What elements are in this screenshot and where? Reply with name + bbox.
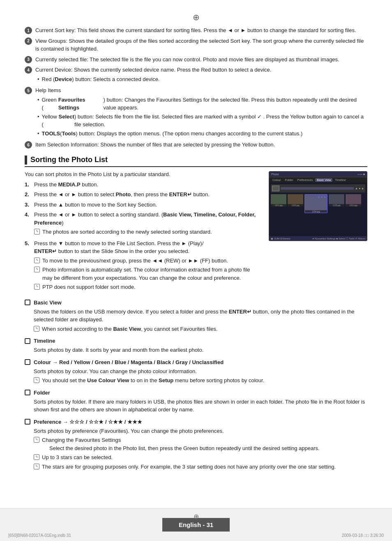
step-4-content: Press the ◄ or ► button to select a sort… [34,211,261,237]
folder-title: Folder [34,390,50,396]
note-5a-text: To move to the previous/next group, pres… [42,257,228,265]
timeline-content: Sorts photos by date. It sorts by year a… [34,346,367,354]
step-4: 4. Press the ◄ or ► button to select a s… [25,211,261,237]
checkbox-colour [25,359,30,365]
tv-bottom-fav: ● Favourites Settings ■ Select ☐ Tools ↺… [312,237,365,240]
note-icon-5a: ✎ [34,258,40,263]
bullet-5-3: TOOLS (Tools) button: Displays the optio… [37,130,367,138]
step-2-num: 2. [25,190,32,199]
step-2: 2. Press the ◄ or ► button to select Pho… [25,190,261,199]
num-circle-5: 5 [25,87,32,94]
timeline-title: Timeline [34,338,55,344]
colour-content: Sorts photos by colour. You can change t… [34,367,367,385]
sub-section-title-colour: Colour → Red / Yellow / Green / Blue / M… [25,359,367,365]
sub-section-title-timeline: Timeline [25,338,367,344]
item-4-content: Current Device: Shows the currently sele… [35,66,367,84]
checkbox-timeline [25,338,30,344]
preference-content: Sorts photos by preference (Favourites).… [34,427,367,471]
item-2-content: View Groups: Shows the detailed groups o… [35,37,367,53]
footer-language-text: English - 31 [179,521,213,528]
step-3-num: 3. [25,201,32,209]
note-icon-4: ✎ [34,229,40,235]
item-3-content: Currently selected file: The selected fi… [35,56,367,64]
sub-section-preference: Preference → ☆☆☆ / ☆☆★ / ☆★★ / ★★★ Sorts… [25,419,367,471]
bullet-4-1: Red (Device) button: Selects a connected… [37,75,367,84]
note-icon-colour: ✎ [34,377,39,383]
list-item-6: 6 Item Selection Information: Shows the … [25,141,367,149]
step-4-num: 4. [25,211,32,219]
sub-section-basic-view: Basic View Shows the folders on the USB … [25,300,367,333]
top-compass-icon: ⊕ [25,12,367,22]
tv-header-dots: • • • ■ [358,173,365,176]
tv-bottom-bar: ▣ SUM ⊟ Device ● Favourites Settings ■ S… [269,236,367,241]
list-item-5: 5 Help Items Green (Favourites Settings)… [25,86,367,138]
note-icon-pref-1: ✎ [34,437,39,443]
footer-date-text: 2009-03-18 □□ 3:26:30 [342,533,384,538]
step-3-content: Press the ▲ button to move to the Sort k… [34,201,261,209]
footer-compass-icon: ⊕ [194,513,199,520]
folder-content: Sorts photos by folder. If there are man… [34,398,367,414]
note-pref-3-text: The stars are for grouping purposes only… [42,463,336,471]
tv-tab-folder: Folder [284,178,295,182]
note-icon-pref-2: ✎ [34,454,39,460]
step-5-num: 5. [25,239,32,248]
list-item-1: 1 Current Sort key: This field shows the… [25,26,367,35]
sub-section-folder: Folder Sorts photos by folder. If there … [25,390,367,414]
preference-title: Preference → ☆☆☆ / ☆☆★ / ☆★★ / ★★★ [34,419,142,425]
tv-tab-pref: Preferences [295,178,314,182]
note-icon-5c: ✎ [34,284,40,290]
checkbox-basic [25,300,30,305]
footer-meta-text: [650]BN68-02017A-01Eng.indb 31 [8,533,71,538]
num-circle-3: 3 [25,56,32,63]
tv-tab-timeline: Timeline [333,178,347,182]
note-4-text: The photos are sorted according to the n… [42,228,212,236]
section-header: Sorting the Photo List [25,156,367,167]
section-bar [25,156,27,165]
tv-thumb-4: 1235.jpg [329,194,344,207]
note-pref-2-text: Up to 3 stars can be selected. [42,453,113,462]
note-icon-5b: ✎ [34,267,40,272]
colour-title: Colour → Red / Yellow / Green / Blue / M… [34,359,224,365]
tv-thumb-1: 1201.jpg [271,194,286,207]
section-title: Sorting the Photo List [30,156,108,164]
sub-section-title-basic: Basic View [25,300,367,306]
note-icon-pref-3: ✎ [34,464,39,469]
checkbox-preference [25,419,30,425]
note-5c-text: PTP does not support folder sort mode. [42,283,136,291]
basic-view-title: Basic View [34,300,62,306]
list-item-3: 3 Currently selected file: The selected … [25,56,367,64]
numbered-list: 1 Current Sort key: This field shows the… [25,26,367,149]
sub-section-timeline: Timeline Sorts photos by date. It sorts … [25,338,367,354]
tv-tab-colour: Colour [271,178,283,182]
tv-header-title: Photo [271,173,279,176]
step-1: 1. Press the MEDIA.P button. [25,181,261,189]
step-5: 5. Press the ▼ button to move to the Fil… [25,239,261,293]
step-1-num: 1. [25,181,32,189]
list-item-4: 4 Current Device: Shows the currently se… [25,66,367,84]
tv-bottom-sum: ▣ SUM ⊟ Device [271,237,291,240]
tv-thumbnails: 1201.jpg 1222.jpg 1234.jpg ▲ ● ▲ 1235.jp… [271,194,365,213]
item-5-content: Help Items Green (Favourites Settings) b… [35,86,367,138]
tv-thumb-2: 1222.jpg [288,194,303,207]
note-5b-text: Photo information is automatically set. … [42,266,261,282]
sub-section-title-folder: Folder [25,390,367,396]
step-2-content: Press the ◄ or ► button to select Photo,… [34,190,261,199]
section-intro: You can sort photos in the Photo List by… [25,171,261,177]
step-5-content: Press the ▼ button to move to the File L… [34,239,261,293]
step-3: 3. Press the ▲ button to move to the Sor… [25,201,261,209]
num-circle-1: 1 [25,27,32,34]
list-item-2: 2 View Groups: Shows the detailed groups… [25,37,367,53]
page-container: ⊕ 1 Current Sort key: This field shows t… [0,0,392,541]
item-6-content: Item Selection Information: Shows the nu… [35,141,367,149]
sub-section-colour: Colour → Red / Yellow / Green / Blue / M… [25,359,367,385]
sub-section-title-preference: Preference → ☆☆☆ / ☆☆★ / ☆★★ / ★★★ [25,419,367,425]
bullet-5-1: Green (Favourites Settings) button: Chan… [37,96,367,112]
tv-thumb-5: 1321.jpg [346,194,361,207]
steps-column: You can sort photos in the Photo List by… [25,171,261,295]
tv-header-bar: Photo • • • ■ [269,172,367,177]
compass-symbol: ⊕ [193,13,200,22]
checkbox-folder [25,390,30,395]
num-circle-6: 6 [25,141,32,149]
note-pref-1-text: Changing the Favourites Settings Select … [42,436,320,452]
steps-list: 1. Press the MEDIA.P button. 2. Press th… [25,181,261,293]
